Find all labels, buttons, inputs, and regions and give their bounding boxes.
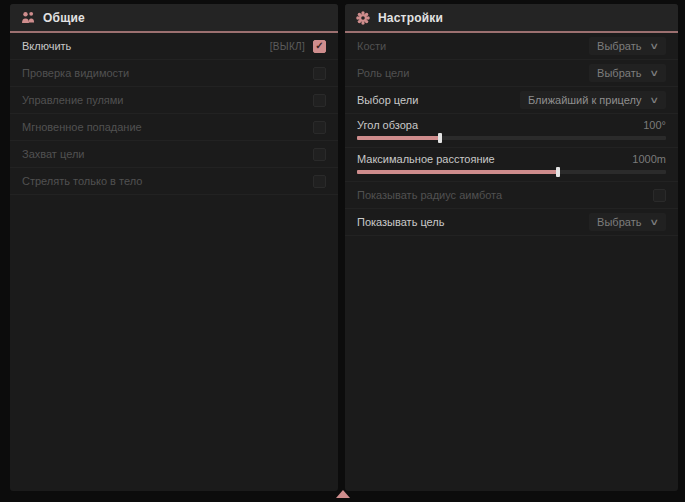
row-label: Мгновенное попадание (22, 121, 142, 133)
panel-settings: Настройки Кости Выбрать ∨ Роль цели Выбр… (345, 4, 678, 491)
bullet-control-checkbox[interactable] (313, 94, 326, 107)
row-target-role: Роль цели Выбрать ∨ (345, 60, 678, 87)
target-lock-checkbox[interactable] (313, 148, 326, 161)
row-instant-hit[interactable]: Мгновенное попадание (10, 114, 338, 141)
target-role-dropdown[interactable]: Выбрать ∨ (589, 64, 666, 82)
slider-value: 1000m (632, 153, 666, 165)
gear-icon (356, 11, 370, 25)
panel-title: Общие (43, 11, 85, 25)
row-label: Показывать цель (357, 216, 445, 228)
row-show-radius[interactable]: Показывать радиус аимбота (345, 182, 678, 209)
row-visibility-check[interactable]: Проверка видимости (10, 60, 338, 87)
chevron-down-icon: ∨ (650, 42, 660, 51)
row-bullet-control[interactable]: Управление пулями (10, 87, 338, 114)
row-enable[interactable]: Включить [ВЫКЛ] (10, 33, 338, 60)
slider-label: Максимальное расстояние (357, 153, 495, 165)
enable-checkbox[interactable] (313, 40, 326, 53)
row-enable-label: Включить (22, 40, 71, 52)
row-label: Кости (357, 40, 386, 52)
show-radius-checkbox[interactable] (653, 189, 666, 202)
show-target-dropdown[interactable]: Выбрать ∨ (589, 213, 666, 231)
row-label: Показывать радиус аимбота (357, 189, 502, 201)
row-label: Роль цели (357, 67, 409, 79)
fov-slider-fill (357, 136, 440, 140)
panel-general: Общие Включить [ВЫКЛ] Проверка видимости… (10, 4, 338, 491)
bones-dropdown[interactable]: Выбрать ∨ (589, 37, 666, 55)
row-label: Выбор цели (357, 94, 418, 106)
distance-slider-block: Максимальное расстояние 1000m (345, 148, 678, 182)
row-target-select: Выбор цели Ближайший к прицелу ∨ (345, 87, 678, 114)
row-body-only[interactable]: Стрелять только в тело (10, 168, 338, 195)
dropdown-value: Выбрать (597, 67, 641, 79)
row-show-target: Показывать цель Выбрать ∨ (345, 209, 678, 236)
target-select-dropdown[interactable]: Ближайший к прицелу ∨ (520, 91, 666, 109)
row-label: Стрелять только в тело (22, 175, 142, 187)
dropdown-value: Выбрать (597, 40, 641, 52)
slider-label: Угол обзора (357, 119, 418, 131)
fov-slider-thumb[interactable] (438, 133, 442, 143)
fov-slider-block: Угол обзора 100° (345, 114, 678, 148)
row-bones: Кости Выбрать ∨ (345, 33, 678, 60)
row-label: Проверка видимости (22, 67, 129, 79)
visibility-checkbox[interactable] (313, 67, 326, 80)
panel-title: Настройки (378, 11, 443, 25)
dropdown-value: Ближайший к прицелу (528, 94, 641, 106)
dropdown-value: Выбрать (597, 216, 641, 228)
row-label: Управление пулями (22, 94, 124, 106)
users-icon (21, 11, 35, 24)
instant-hit-checkbox[interactable] (313, 121, 326, 134)
chevron-down-icon: ∨ (650, 218, 660, 227)
body-only-checkbox[interactable] (313, 175, 326, 188)
distance-slider-thumb[interactable] (556, 167, 560, 177)
slider-value: 100° (643, 119, 666, 131)
chevron-down-icon: ∨ (650, 69, 660, 78)
up-triangle-icon (336, 490, 350, 498)
distance-slider-track[interactable] (357, 170, 666, 174)
chevron-down-icon: ∨ (650, 96, 660, 105)
distance-slider-fill (357, 170, 558, 174)
row-label: Захват цели (22, 148, 84, 160)
panel-general-header: Общие (10, 4, 338, 33)
row-target-lock[interactable]: Захват цели (10, 141, 338, 168)
fov-slider-track[interactable] (357, 136, 666, 140)
panel-settings-header: Настройки (345, 4, 678, 33)
keybind-state: [ВЫКЛ] (270, 41, 305, 52)
